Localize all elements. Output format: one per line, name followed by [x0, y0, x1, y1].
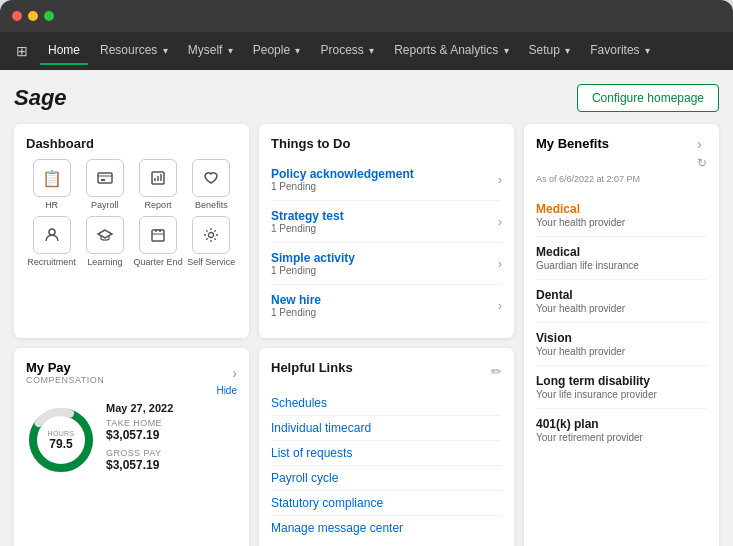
- dashboard-item-benefits[interactable]: Benefits: [186, 159, 237, 210]
- take-home-amount: $3,057.19: [106, 428, 173, 442]
- svg-rect-2: [101, 179, 105, 181]
- todo-title: Things to Do: [271, 136, 502, 151]
- link-manage-message-center[interactable]: Manage message center: [271, 516, 502, 540]
- benefit-item-5: 401(k) plan Your retirement provider: [536, 409, 707, 451]
- benefit-item-3: Vision Your health provider: [536, 323, 707, 366]
- pay-subtitle: COMPENSATION: [26, 375, 104, 385]
- link-payroll-cycle[interactable]: Payroll cycle: [271, 466, 502, 491]
- chevron-down-icon: ▾: [565, 45, 570, 56]
- chevron-down-icon: ▾: [163, 45, 168, 56]
- benefits-card: My Benefits › ↻ As of 6/6/2022 at 2:07 P…: [524, 124, 719, 546]
- browser-frame: ⊞ Home Resources ▾ Myself ▾ People ▾ Pro…: [0, 0, 733, 546]
- nav-people[interactable]: People ▾: [245, 37, 309, 65]
- dashboard-item-payroll[interactable]: Payroll: [79, 159, 130, 210]
- chevron-right-icon: ›: [498, 173, 502, 187]
- page-header: Sage Configure homepage: [14, 84, 719, 112]
- pay-title-group: My Pay COMPENSATION: [26, 360, 104, 385]
- benefits-nav: › ↻: [697, 136, 707, 170]
- links-header: Helpful Links ✏: [271, 360, 502, 383]
- edit-icon[interactable]: ✏: [491, 364, 502, 379]
- grid-icon[interactable]: ⊞: [16, 43, 28, 59]
- benefits-icon: [192, 159, 230, 197]
- recruitment-icon: [33, 216, 71, 254]
- benefit-item-0: Medical Your health provider: [536, 194, 707, 237]
- pay-card: My Pay COMPENSATION › Hide HOURS: [14, 348, 249, 546]
- dashboard-item-quarter-end[interactable]: Quarter End: [133, 216, 184, 267]
- gross-pay-amount: $3,057.19: [106, 458, 173, 472]
- refresh-icon[interactable]: ↻: [697, 156, 707, 170]
- benefit-item-2: Dental Your health provider: [536, 280, 707, 323]
- nav-process[interactable]: Process ▾: [312, 37, 382, 65]
- pay-header: My Pay COMPENSATION ›: [26, 360, 237, 385]
- nav-bar: ⊞ Home Resources ▾ Myself ▾ People ▾ Pro…: [0, 32, 733, 70]
- pay-title: My Pay: [26, 360, 104, 375]
- todo-item-3[interactable]: New hire 1 Pending ›: [271, 285, 502, 326]
- todo-item-1[interactable]: Strategy test 1 Pending ›: [271, 201, 502, 243]
- nav-home[interactable]: Home: [40, 37, 88, 65]
- nav-resources[interactable]: Resources ▾: [92, 37, 176, 65]
- nav-favorites[interactable]: Favorites ▾: [582, 37, 658, 65]
- maximize-dot[interactable]: [44, 11, 54, 21]
- gross-pay-label: GROSS PAY: [106, 448, 173, 458]
- pay-details: May 27, 2022 TAKE HOME $3,057.19 GROSS P…: [106, 402, 173, 478]
- chevron-down-icon: ▾: [228, 45, 233, 56]
- dashboard-card: Dashboard 📋 HR Payroll: [14, 124, 249, 338]
- todo-item-0[interactable]: Policy acknowledgement 1 Pending ›: [271, 159, 502, 201]
- chevron-down-icon: ▾: [295, 45, 300, 56]
- todo-item-2[interactable]: Simple activity 1 Pending ›: [271, 243, 502, 285]
- helpful-links-card: Helpful Links ✏ Schedules Individual tim…: [259, 348, 514, 546]
- minimize-dot[interactable]: [28, 11, 38, 21]
- configure-homepage-button[interactable]: Configure homepage: [577, 84, 719, 112]
- dashboard-item-learning[interactable]: Learning: [79, 216, 130, 267]
- svg-point-7: [49, 229, 55, 235]
- chevron-right-icon[interactable]: ›: [697, 136, 707, 152]
- dashboard-item-hr[interactable]: 📋 HR: [26, 159, 77, 210]
- report-icon: [139, 159, 177, 197]
- close-dot[interactable]: [12, 11, 22, 21]
- dashboard-item-self-service[interactable]: Self Service: [186, 216, 237, 267]
- nav-setup[interactable]: Setup ▾: [521, 37, 579, 65]
- quarter-end-icon: [139, 216, 177, 254]
- pay-donut-chart: HOURS 79.5: [26, 405, 96, 475]
- content-area: Sage Configure homepage Dashboard 📋 HR: [0, 70, 733, 546]
- dashboard-item-report[interactable]: Report: [133, 159, 184, 210]
- chevron-down-icon: ▾: [645, 45, 650, 56]
- take-home-label: TAKE HOME: [106, 418, 173, 428]
- pay-date: May 27, 2022: [106, 402, 173, 414]
- self-service-icon: [192, 216, 230, 254]
- benefit-item-4: Long term disability Your life insurance…: [536, 366, 707, 409]
- sage-logo: Sage: [14, 85, 67, 111]
- main-grid: Dashboard 📋 HR Payroll: [14, 124, 719, 546]
- benefit-item-1: Medical Guardian life insurance: [536, 237, 707, 280]
- dashboard-icons: 📋 HR Payroll Report: [26, 159, 237, 267]
- dashboard-title: Dashboard: [26, 136, 237, 151]
- chevron-right-icon: ›: [498, 257, 502, 271]
- pay-hide-button[interactable]: Hide: [26, 385, 237, 396]
- link-individual-timecard[interactable]: Individual timecard: [271, 416, 502, 441]
- chevron-right-icon: ›: [498, 299, 502, 313]
- todo-card: Things to Do Policy acknowledgement 1 Pe…: [259, 124, 514, 338]
- donut-label: HOURS 79.5: [48, 430, 75, 451]
- link-list-of-requests[interactable]: List of requests: [271, 441, 502, 466]
- links-title: Helpful Links: [271, 360, 353, 375]
- svg-rect-8: [152, 230, 164, 241]
- browser-bar: [0, 0, 733, 32]
- svg-rect-0: [98, 173, 112, 183]
- dashboard-item-recruitment[interactable]: Recruitment: [26, 216, 77, 267]
- nav-reports[interactable]: Reports & Analytics ▾: [386, 37, 516, 65]
- pay-body: HOURS 79.5 May 27, 2022 TAKE HOME $3,057…: [26, 402, 237, 478]
- payroll-icon: [86, 159, 124, 197]
- benefits-date: As of 6/6/2022 at 2:07 PM: [536, 174, 707, 184]
- nav-myself[interactable]: Myself ▾: [180, 37, 241, 65]
- benefits-title: My Benefits: [536, 136, 609, 151]
- chevron-down-icon: ▾: [504, 45, 509, 56]
- chevron-down-icon: ▾: [369, 45, 374, 56]
- link-statutory-compliance[interactable]: Statutory compliance: [271, 491, 502, 516]
- chevron-right-icon: ›: [498, 215, 502, 229]
- hr-icon: 📋: [33, 159, 71, 197]
- svg-point-12: [209, 233, 214, 238]
- learning-icon: [86, 216, 124, 254]
- benefits-header: My Benefits › ↻: [536, 136, 707, 170]
- chevron-right-icon[interactable]: ›: [232, 365, 237, 381]
- link-schedules[interactable]: Schedules: [271, 391, 502, 416]
